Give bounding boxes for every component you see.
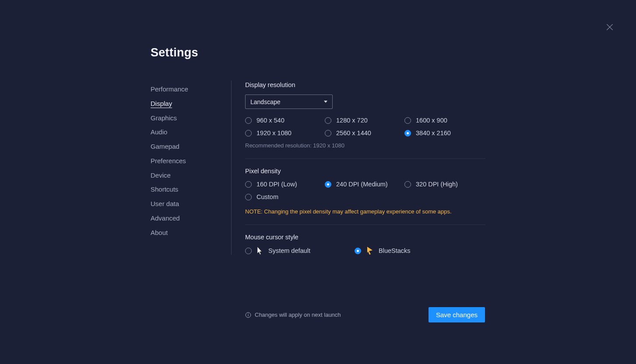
chevron-down-icon: [324, 101, 327, 103]
close-icon[interactable]: [605, 23, 614, 32]
radio-icon: [245, 117, 252, 124]
bluestacks-cursor-icon: [367, 247, 373, 255]
dpi-label: 240 DPI (Medium): [336, 181, 388, 188]
dpi-label: 320 DPI (High): [416, 181, 458, 188]
recommended-resolution-hint: Recommended resolution: 1920 x 1080: [245, 142, 485, 149]
radio-icon: [325, 181, 331, 188]
resolution-option-3840x2160[interactable]: 3840 x 2160: [404, 130, 451, 136]
resolution-label: 3840 x 2160: [416, 130, 451, 136]
radio-icon: [404, 181, 411, 188]
sidebar-item-display[interactable]: Display: [151, 97, 231, 111]
divider: [245, 224, 485, 225]
settings-panel: Display resolution Landscape 960 x 540 1…: [232, 80, 485, 255]
resolution-label: 1600 x 900: [416, 117, 447, 124]
cursor-option-label: System default: [268, 247, 310, 254]
resolution-label: 2560 x 1440: [336, 130, 371, 136]
svg-point-4: [248, 313, 249, 314]
sidebar-item-shortcuts[interactable]: Shortcuts: [151, 182, 231, 197]
radio-icon: [245, 181, 252, 188]
sidebar-item-gamepad[interactable]: Gamepad: [151, 140, 231, 154]
resolution-option-960x540[interactable]: 960 x 540: [245, 117, 325, 124]
resolution-option-1920x1080[interactable]: 1920 x 1080: [245, 130, 325, 136]
radio-icon: [355, 248, 361, 254]
sidebar-item-preferences[interactable]: Preferences: [151, 154, 231, 168]
divider: [245, 158, 485, 159]
display-resolution-label: Display resolution: [245, 81, 485, 88]
dpi-option-160[interactable]: 160 DPI (Low): [245, 181, 325, 188]
dpi-option-custom[interactable]: Custom: [245, 193, 325, 200]
sidebar-item-performance[interactable]: Performance: [151, 82, 231, 97]
dpi-label: Custom: [257, 193, 278, 200]
radio-icon: [245, 248, 252, 254]
resolution-label: 960 x 540: [257, 117, 285, 124]
cursor-option-bluestacks[interactable]: BlueStacks: [355, 247, 411, 255]
footer-note-text: Changes will apply on next launch: [255, 312, 341, 318]
radio-icon: [245, 194, 252, 200]
dpi-label: 160 DPI (Low): [257, 181, 297, 188]
cursor-style-label: Mouse cursor style: [245, 234, 485, 241]
resolution-label: 1280 x 720: [336, 117, 368, 124]
cursor-option-label: BlueStacks: [379, 247, 411, 254]
resolution-option-1600x900[interactable]: 1600 x 900: [404, 117, 447, 124]
sidebar-item-audio[interactable]: Audio: [151, 125, 231, 140]
radio-icon: [325, 117, 331, 124]
sidebar-item-about[interactable]: About: [151, 226, 231, 240]
resolution-option-2560x1440[interactable]: 2560 x 1440: [325, 130, 404, 136]
footer-note: Changes will apply on next launch: [245, 312, 341, 318]
orientation-select-value: Landscape: [250, 98, 281, 105]
pixel-density-warning: NOTE: Changing the pixel density may aff…: [245, 208, 485, 215]
dpi-option-320[interactable]: 320 DPI (High): [404, 181, 458, 188]
sidebar-item-graphics[interactable]: Graphics: [151, 111, 231, 126]
sidebar-item-advanced[interactable]: Advanced: [151, 211, 231, 226]
radio-icon: [404, 117, 411, 124]
pixel-density-label: Pixel density: [245, 168, 485, 175]
resolution-option-1280x720[interactable]: 1280 x 720: [325, 117, 404, 124]
radio-icon: [404, 130, 411, 136]
settings-sidebar: Performance Display Graphics Audio Gamep…: [151, 80, 232, 255]
resolution-label: 1920 x 1080: [257, 130, 292, 136]
cursor-option-system-default[interactable]: System default: [245, 247, 355, 255]
sidebar-item-user-data[interactable]: User data: [151, 197, 231, 211]
save-changes-button[interactable]: Save changes: [429, 307, 485, 322]
radio-icon: [325, 130, 331, 136]
page-title: Settings: [151, 46, 636, 60]
info-icon: [245, 312, 251, 318]
sidebar-item-device[interactable]: Device: [151, 168, 231, 183]
dpi-option-240[interactable]: 240 DPI (Medium): [325, 181, 404, 188]
radio-icon: [245, 130, 252, 136]
system-cursor-icon: [257, 247, 263, 255]
orientation-select[interactable]: Landscape: [245, 94, 333, 109]
